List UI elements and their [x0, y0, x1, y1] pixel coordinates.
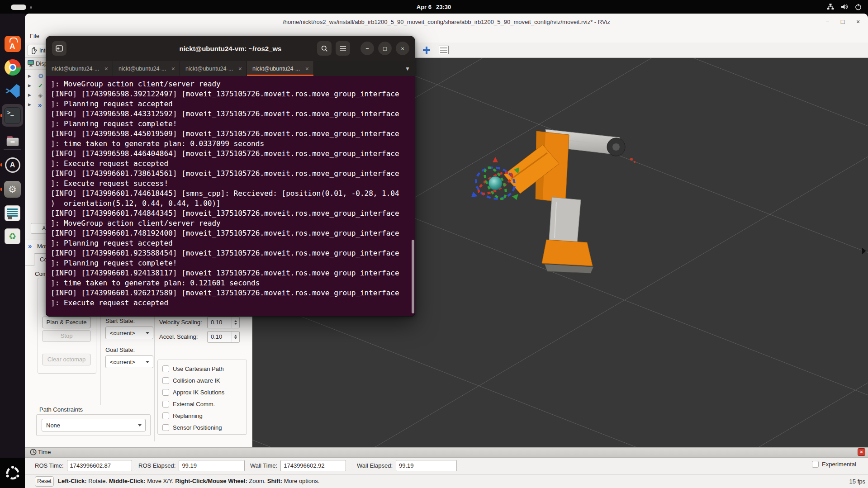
start-state-select[interactable]: <current> [105, 327, 153, 339]
expander-icon[interactable]: ▶ [28, 83, 33, 88]
hamburger-icon [340, 46, 346, 51]
tab-close-icon[interactable]: × [237, 65, 244, 72]
terminal-tab-bar: nickt@ubuntu24-... × nickt@ubuntu24-... … [46, 61, 415, 76]
tree-row-global-status[interactable]: ▶ ✓ [28, 81, 43, 90]
chevron-down-icon [138, 424, 142, 426]
checkbox[interactable] [162, 412, 169, 419]
displays-icon [27, 60, 34, 68]
panel-expand-arrow-icon[interactable] [862, 248, 866, 254]
rviz-window-title: /home/nickt/ros2_ws/install/abb_irb1200_… [25, 14, 868, 30]
workspace-dot [30, 6, 32, 9]
terminal-tab[interactable]: nickt@ubuntu24-... × [247, 61, 314, 76]
expander-icon[interactable]: ▶ [28, 93, 33, 97]
expander-icon[interactable]: ▶ [28, 102, 33, 107]
option-row: External Comm. [158, 398, 247, 410]
accel-scaling-label: Accel. Scaling: [159, 333, 198, 340]
dock-terminal[interactable]: >_ [4, 107, 21, 124]
terminal-line: [INFO] [1743996601.744844345] [moveit_13… [51, 208, 415, 218]
time-field: Wall Time: 1743996602.92 [250, 460, 346, 471]
tree-row-global-options[interactable]: ▶ ⚙ [28, 71, 44, 81]
dock-settings[interactable]: ⚙ [4, 180, 21, 198]
spinner-arrows-icon[interactable] [232, 317, 239, 328]
terminal-tab[interactable]: nickt@ubuntu24-... × [46, 61, 113, 76]
check-icon: ✓ [38, 82, 43, 89]
new-tab-button[interactable] [52, 41, 66, 56]
move-tool-icon[interactable] [422, 46, 431, 56]
desktop: /home/nickt/ros2_ws/install/abb_irb1200_… [0, 0, 868, 488]
menu-file[interactable]: File [30, 33, 39, 39]
terminal-line: [INFO] [1743996601.744618445] [smns_cpp]… [51, 189, 415, 199]
date-text: Apr 6 [417, 4, 432, 10]
reset-button[interactable]: Reset [35, 476, 54, 487]
rviz-maximize-button[interactable]: □ [836, 14, 849, 30]
time-field-input[interactable]: 99.19 [396, 460, 457, 471]
time-field: Wall Elapsed: 99.19 [357, 460, 457, 471]
goal-state-select[interactable]: <current> [105, 355, 153, 368]
path-constraints-select[interactable]: None [42, 419, 146, 431]
terminal-line: [INFO] [1743996598.392122497] [moveit_13… [51, 89, 415, 99]
tab-list-chevron-icon[interactable]: ▼ [405, 61, 410, 76]
experimental-label: Experimental [822, 461, 856, 468]
terminal-window[interactable]: nickt@ubuntu24-vm: ~/ros2_ws [46, 36, 415, 317]
tab-close-icon[interactable]: × [170, 65, 177, 72]
terminal-minimize-button[interactable]: − [360, 42, 374, 55]
plan-execute-button[interactable]: Plan & Execute [42, 317, 91, 328]
terminal-close-button[interactable]: × [396, 42, 409, 55]
velocity-scaling-spinner[interactable]: 0.10 [207, 317, 240, 328]
stop-button[interactable]: Stop [42, 330, 91, 342]
checkbox[interactable] [162, 424, 169, 431]
path-constraints-value: None [46, 422, 60, 429]
checkbox[interactable] [162, 365, 169, 372]
terminal-scrollbar[interactable] [412, 240, 414, 313]
goal-state-value: <current> [110, 359, 135, 365]
terminal-tab[interactable]: nickt@ubuntu24-... × [113, 61, 180, 76]
chrome-icon [5, 59, 21, 76]
time-field-input[interactable]: 99.19 [179, 460, 245, 471]
tree-row-grid[interactable]: ▶ ◈ [28, 90, 43, 99]
terminal-tab[interactable]: nickt@ubuntu24-... × [180, 61, 247, 76]
toolbar-list-icon[interactable] [439, 46, 449, 54]
rviz-minimize-button[interactable]: − [821, 14, 834, 30]
dock-vscode[interactable] [4, 82, 21, 99]
time-field-input[interactable]: 1743996602.87 [67, 460, 132, 471]
volume-icon [841, 3, 848, 10]
search-button[interactable] [317, 41, 332, 56]
tree-row-motionplanning[interactable]: ▶ » [28, 100, 42, 109]
checkbox[interactable] [162, 401, 169, 407]
start-state-value: <current> [110, 330, 135, 336]
time-field-input[interactable]: 1743996602.92 [280, 460, 346, 471]
dock-software-updater[interactable]: A [4, 156, 21, 174]
checkbox[interactable] [162, 377, 169, 384]
terminal-maximize-button[interactable]: □ [378, 42, 392, 55]
dock-files[interactable] [4, 132, 21, 149]
time-field-label: ROS Time: [35, 462, 64, 469]
tab-close-icon[interactable]: × [103, 65, 110, 72]
help-segment: Right-Click/Mouse Wheel: [175, 478, 247, 484]
show-apps-button[interactable] [0, 458, 25, 488]
terminal-line: [INFO] [1743996601.923588454] [moveit_13… [51, 248, 415, 258]
system-tray[interactable] [827, 0, 862, 14]
dock-chrome[interactable] [4, 58, 21, 76]
terminal-output[interactable]: ]: MoveGroup action client/server ready[… [46, 76, 415, 317]
clear-octomap-button[interactable]: Clear octomap [42, 354, 91, 365]
menu-button[interactable] [336, 41, 350, 56]
terminal-line: [INFO] [1743996601.738614561] [moveit_13… [51, 169, 415, 179]
time-panel-close-button[interactable]: × [858, 448, 865, 456]
checkbox[interactable] [162, 389, 169, 396]
expander-icon[interactable]: ▶ [28, 74, 33, 78]
dock-trash[interactable]: ♻ [4, 227, 21, 245]
terminal-line: [INFO] [1743996598.445019509] [moveit_13… [51, 129, 415, 139]
tab-close-icon[interactable]: × [304, 65, 311, 72]
dock-app-center[interactable]: A [4, 35, 21, 52]
planning-options-group: Use Cartesian Path Collision-aware IK Ap… [157, 360, 247, 435]
trash-recycle-icon: ♻ [5, 228, 20, 244]
dock-text-editor[interactable] [4, 204, 21, 222]
accel-scaling-spinner[interactable]: 0.10 [207, 331, 240, 343]
terminal-line: ]: Planning request complete! [51, 258, 415, 268]
checkbox-label: Use Cartesian Path [173, 365, 224, 372]
clock[interactable]: Apr 6 23:30 [389, 0, 479, 14]
rviz-close-button[interactable]: × [851, 14, 865, 30]
time-panel-title: Time [38, 449, 51, 455]
spinner-arrows-icon[interactable] [232, 332, 239, 342]
experimental-checkbox[interactable] [812, 461, 819, 468]
